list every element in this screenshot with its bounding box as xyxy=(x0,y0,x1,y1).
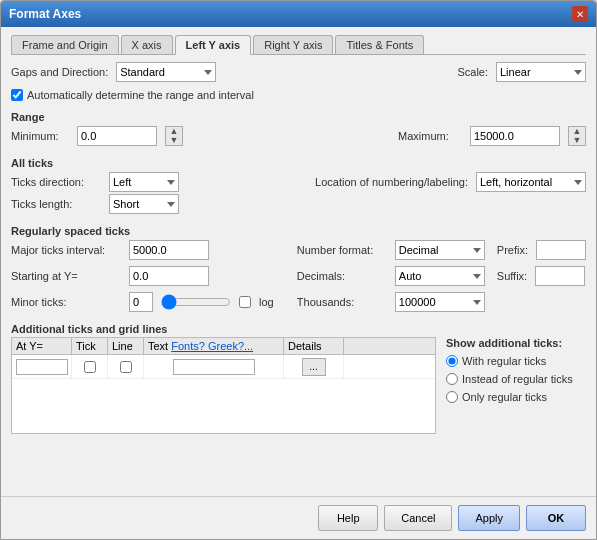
radio-instead-row: Instead of regular ticks xyxy=(446,373,586,385)
tab-right-y-axis[interactable]: Right Y axis xyxy=(253,35,333,54)
dialog-content: Frame and Origin X axis Left Y axis Righ… xyxy=(1,27,596,496)
ok-button[interactable]: OK xyxy=(526,505,586,531)
col-details: Details xyxy=(284,338,344,354)
regularly-right-col: Number format: Decimal Prefix: Decimals:… xyxy=(297,239,586,313)
row-tick-checkbox[interactable] xyxy=(84,361,96,373)
row-line xyxy=(108,355,144,378)
row-aty xyxy=(12,355,72,378)
footer: Help Cancel Apply OK xyxy=(1,496,596,539)
help-button[interactable]: Help xyxy=(318,505,378,531)
show-additional-ticks-panel: Show additional ticks: With regular tick… xyxy=(446,337,586,434)
auto-determine-label: Automatically determine the range and in… xyxy=(27,89,254,101)
radio-only-row: Only regular ticks xyxy=(446,391,586,403)
gaps-direction-label: Gaps and Direction: xyxy=(11,66,108,78)
thousands-row: Thousands: 100000 xyxy=(297,291,586,313)
additional-ticks-label: Additional ticks and grid lines xyxy=(11,323,586,335)
maximum-label: Maximum: xyxy=(398,130,462,142)
tab-left-y-axis[interactable]: Left Y axis xyxy=(175,35,252,55)
gaps-direction-select[interactable]: Standard xyxy=(116,62,216,82)
number-format-select[interactable]: Decimal xyxy=(395,240,485,260)
maximum-spinner[interactable]: ▲▼ xyxy=(568,126,586,146)
ticks-length-label: Ticks length: xyxy=(11,198,101,210)
decimals-label: Decimals: xyxy=(297,270,387,282)
radio-instead-label: Instead of regular ticks xyxy=(462,373,573,385)
radio-only-label: Only regular ticks xyxy=(462,391,547,403)
radio-instead[interactable] xyxy=(446,373,458,385)
ticks-direction-select[interactable]: Left xyxy=(109,172,179,192)
all-ticks-section: All ticks Ticks direction: Left Location… xyxy=(11,153,586,215)
ticks-table-area: At Y= Tick Line Text Fonts? Greek?... De… xyxy=(11,337,436,434)
ticks-table-header: At Y= Tick Line Text Fonts? Greek?... De… xyxy=(11,337,436,354)
prefix-input[interactable] xyxy=(536,240,586,260)
regularly-spaced-label: Regularly spaced ticks xyxy=(11,225,586,237)
auto-determine-row: Automatically determine the range and in… xyxy=(11,89,586,101)
number-format-label: Number format: xyxy=(297,244,387,256)
close-button[interactable]: ✕ xyxy=(572,6,588,22)
major-ticks-label: Major ticks interval: xyxy=(11,244,121,256)
row-line-checkbox[interactable] xyxy=(120,361,132,373)
scale-label: Scale: xyxy=(457,66,488,78)
additional-ticks-content: At Y= Tick Line Text Fonts? Greek?... De… xyxy=(11,337,586,434)
row-text-input[interactable] xyxy=(173,359,255,375)
radio-with-regular-row: With regular ticks xyxy=(446,355,586,367)
scale-select[interactable]: Linear xyxy=(496,62,586,82)
starting-at-row: Starting at Y= xyxy=(11,265,281,287)
regularly-spaced-cols: Major ticks interval: Starting at Y= Min… xyxy=(11,239,586,313)
regularly-left-col: Major ticks interval: Starting at Y= Min… xyxy=(11,239,281,313)
ticks-length-row: Ticks length: Short xyxy=(11,193,586,215)
number-format-row: Number format: Decimal Prefix: xyxy=(297,239,586,261)
window-title: Format Axes xyxy=(9,7,81,21)
all-ticks-label: All ticks xyxy=(11,157,586,169)
col-text: Text Fonts? Greek?... xyxy=(144,338,284,354)
additional-ticks-section: Additional ticks and grid lines At Y= Ti… xyxy=(11,319,586,434)
thousands-label: Thousands: xyxy=(297,296,387,308)
range-section-label: Range xyxy=(11,111,586,123)
radio-with-regular[interactable] xyxy=(446,355,458,367)
cancel-button[interactable]: Cancel xyxy=(384,505,452,531)
ticks-direction-label: Ticks direction: xyxy=(11,176,101,188)
minimum-input[interactable] xyxy=(77,126,157,146)
ticks-direction-row: Ticks direction: Left Location of number… xyxy=(11,171,586,193)
col-text-span: Text xyxy=(148,340,168,352)
minor-ticks-input[interactable] xyxy=(129,292,153,312)
regularly-spaced-section: Regularly spaced ticks Major ticks inter… xyxy=(11,221,586,313)
starting-input[interactable] xyxy=(129,266,209,286)
major-ticks-row: Major ticks interval: xyxy=(11,239,281,261)
auto-determine-checkbox[interactable] xyxy=(11,89,23,101)
decimals-select[interactable]: Auto xyxy=(395,266,485,286)
row-details: ... xyxy=(284,355,344,378)
log-label: log xyxy=(259,296,274,308)
ticks-length-select[interactable]: Short xyxy=(109,194,179,214)
major-ticks-input[interactable] xyxy=(129,240,209,260)
table-row: ... xyxy=(12,355,435,379)
radio-only[interactable] xyxy=(446,391,458,403)
tab-bar: Frame and Origin X axis Left Y axis Righ… xyxy=(11,35,586,55)
log-checkbox[interactable] xyxy=(239,296,251,308)
fonts-link[interactable]: Fonts? Greek?... xyxy=(171,340,253,352)
suffix-label: Suffix: xyxy=(497,270,527,282)
row-aty-input[interactable] xyxy=(16,359,68,375)
thousands-select[interactable]: 100000 xyxy=(395,292,485,312)
maximum-input[interactable] xyxy=(470,126,560,146)
minor-ticks-row: Minor ticks: log xyxy=(11,291,281,313)
minor-ticks-slider-container xyxy=(161,295,231,309)
tab-x-axis[interactable]: X axis xyxy=(121,35,173,54)
tab-frame-and-origin[interactable]: Frame and Origin xyxy=(11,35,119,54)
row-text xyxy=(144,355,284,378)
starting-label: Starting at Y= xyxy=(11,270,121,282)
col-tick: Tick xyxy=(72,338,108,354)
decimals-row: Decimals: Auto Suffix: xyxy=(297,265,586,287)
apply-button[interactable]: Apply xyxy=(458,505,520,531)
location-select[interactable]: Left, horizontal xyxy=(476,172,586,192)
titlebar: Format Axes ✕ xyxy=(1,1,596,27)
minor-ticks-slider[interactable] xyxy=(161,295,231,309)
tab-titles-and-fonts[interactable]: Titles & Fonts xyxy=(335,35,424,54)
row-details-button[interactable]: ... xyxy=(302,358,326,376)
minimum-spinner[interactable]: ▲▼ xyxy=(165,126,183,146)
ticks-table-body: ... xyxy=(11,354,436,434)
gaps-scale-row: Gaps and Direction: Standard Scale: Line… xyxy=(11,61,586,83)
prefix-label: Prefix: xyxy=(497,244,528,256)
suffix-input[interactable] xyxy=(535,266,585,286)
col-aty: At Y= xyxy=(12,338,72,354)
minimum-label: Minimum: xyxy=(11,130,69,142)
